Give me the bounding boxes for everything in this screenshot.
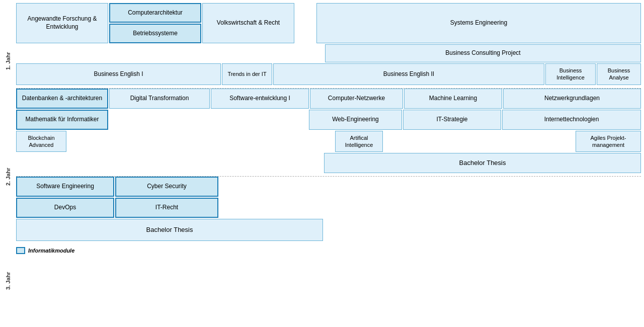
year2-bachelor-cell: Bachelor Thesis bbox=[324, 153, 641, 173]
betriebssysteme-cell: Betriebssysteme bbox=[109, 24, 201, 43]
legend-label: Informatikmodule bbox=[28, 248, 74, 254]
computerarch-group: Computerarchitektur Betriebssysteme bbox=[109, 3, 201, 43]
volkswirtschaft-cell: Volkswirtschaft & Recht bbox=[202, 3, 294, 43]
year2-row1a: Datenbanken & -architekturen Digital Tra… bbox=[16, 89, 641, 109]
year1-row3: Business English I Trends in der IT Busi… bbox=[16, 63, 641, 85]
softwareentwicklung-cell: Software-entwicklung I bbox=[211, 89, 309, 109]
year2-bachelor-row: Bachelor Thesis bbox=[16, 153, 641, 173]
year2-row2: Mathematik für Informatiker Web-Engineer… bbox=[16, 110, 641, 130]
year3-bachelor-row: Bachelor Thesis bbox=[16, 219, 641, 241]
systems-engineering-cell: Systems Engineering bbox=[316, 3, 641, 43]
year3-section: Software Engineering Cyber Security DevO… bbox=[16, 177, 641, 258]
business-intelligence-cell: Business Intelligence bbox=[545, 63, 596, 85]
year2-row3-spacer2 bbox=[384, 131, 575, 152]
year1-row2-spacer bbox=[16, 44, 324, 62]
year1-section: Angewandte Forschung & Entwicklung Compu… bbox=[16, 3, 641, 89]
computer-netzwerke-cell: Computer-Netzwerke bbox=[310, 89, 403, 109]
trends-it-cell: Trends in der IT bbox=[222, 63, 272, 85]
computerarchitektur-cell: Computerarchitektur bbox=[109, 3, 201, 23]
year-labels: 1. Jahr 2. Jahr 3. Jahr bbox=[0, 3, 16, 327]
year1-label: 1. Jahr bbox=[0, 3, 16, 119]
business-consulting-cell: Business Consulting Project bbox=[325, 44, 641, 62]
sections-container: Angewandte Forschung & Entwicklung Compu… bbox=[16, 3, 641, 327]
curriculum-layout: 1. Jahr 2. Jahr 3. Jahr Angewandte Forsc… bbox=[0, 0, 644, 327]
legend-box bbox=[16, 247, 25, 254]
year2-row2-spacer bbox=[109, 110, 308, 130]
netzwerkgrundlagen-cell: Netzwerkgrundlagen bbox=[503, 89, 641, 109]
blockchain-cell: Blockchain Advanced bbox=[16, 131, 66, 152]
year3-row2: DevOps IT-Recht bbox=[16, 198, 641, 218]
agiles-pm-cell: Agiles Projekt-management bbox=[576, 131, 641, 152]
year1-row2: Business Consulting Project bbox=[16, 44, 641, 62]
year2-row3: Blockchain Advanced Artifical Intelligen… bbox=[16, 131, 641, 152]
artificial-intelligence-cell: Artifical Intelligence bbox=[335, 131, 383, 152]
year2-section: Datenbanken & -architekturen Digital Tra… bbox=[16, 89, 641, 177]
it-strategie-cell: IT-Strategie bbox=[403, 110, 501, 130]
year1-row1: Angewandte Forschung & Entwicklung Compu… bbox=[16, 3, 641, 43]
year2-bachelor-spacer bbox=[16, 153, 323, 173]
cyber-security-cell: Cyber Security bbox=[115, 177, 218, 197]
legend-area: Informatikmodule bbox=[16, 245, 641, 256]
datenbanken-cell: Datenbanken & -architekturen bbox=[16, 89, 108, 109]
business-analyse-cell: Business Analyse bbox=[597, 63, 641, 85]
business-english-2-cell: Business English II bbox=[273, 63, 544, 85]
internettechnologien-cell: Internettechnologien bbox=[502, 110, 641, 130]
devops-cell: DevOps bbox=[16, 198, 114, 218]
year2-row3-spacer1 bbox=[67, 131, 334, 152]
year2-label: 2. Jahr bbox=[0, 119, 16, 234]
gap1 bbox=[295, 3, 315, 43]
software-engineering-cell: Software Engineering bbox=[16, 177, 114, 197]
digital-transformation-cell: Digital Transformation bbox=[109, 89, 210, 109]
year3-row1: Software Engineering Cyber Security bbox=[16, 177, 641, 197]
business-english-1-cell: Business English I bbox=[16, 63, 221, 85]
angewandte-forschung-cell: Angewandte Forschung & Entwicklung bbox=[16, 3, 108, 43]
year3-bachelor-cell: Bachelor Thesis bbox=[16, 219, 323, 241]
machine-learning-cell: Machine Learning bbox=[404, 89, 502, 109]
mathematik-cell: Mathematik für Informatiker bbox=[16, 110, 108, 130]
it-recht-cell: IT-Recht bbox=[115, 198, 218, 218]
web-engineering-cell: Web-Engineering bbox=[309, 110, 402, 130]
year3-label: 3. Jahr bbox=[0, 234, 16, 327]
